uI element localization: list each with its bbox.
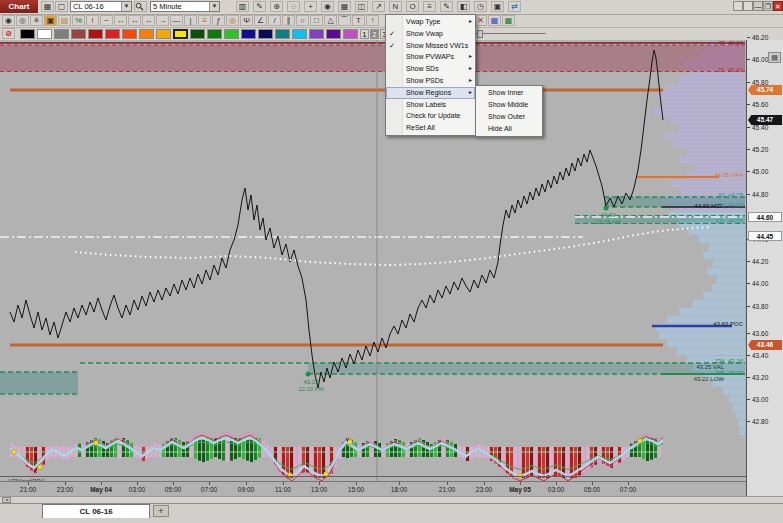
close-button[interactable]: ✕ [773, 1, 783, 11]
submenu-item-hide-all[interactable]: Hide All [476, 123, 542, 135]
extend-both-icon[interactable]: ↔ [128, 15, 141, 26]
color-swatch-7[interactable] [139, 29, 154, 39]
chevron-down-icon[interactable]: ▼ [121, 2, 131, 11]
maximize-button[interactable]: ❐ [763, 1, 773, 11]
list-icon[interactable]: ≡ [423, 1, 436, 12]
search-icon[interactable] [134, 1, 147, 12]
color-swatch-18[interactable] [326, 29, 341, 39]
color-swatch-1[interactable] [37, 29, 52, 39]
chart-window-tab[interactable]: Chart [0, 0, 38, 13]
menu-item-show-vwap[interactable]: ✓Show Vwap [386, 28, 475, 40]
color-swatch-2[interactable] [54, 29, 69, 39]
color-swatch-5[interactable] [105, 29, 120, 39]
chart-properties-icon[interactable]: ▤ [768, 52, 781, 63]
target-icon[interactable]: ◎ [226, 15, 239, 26]
cursor-icon[interactable]: ↗ [372, 1, 385, 12]
angle-icon[interactable]: ∠ [254, 15, 267, 26]
pitchfork-icon[interactable]: Ψ [240, 15, 253, 26]
objects-icon[interactable]: O [406, 1, 419, 12]
menu-item-show-pvwaps[interactable]: Show PVWAPs▸ [386, 51, 475, 63]
edit-icon[interactable]: ✎ [440, 1, 453, 12]
bar-spacing-slider[interactable] [474, 30, 546, 38]
color-swatch-15[interactable] [275, 29, 290, 39]
ellipse-icon[interactable]: ○ [296, 15, 309, 26]
visibility-icon[interactable]: ◉ [2, 15, 15, 26]
split-panel-icon[interactable]: ◫ [355, 1, 368, 12]
news-icon[interactable]: N [389, 1, 402, 12]
color-swatch-9[interactable] [173, 29, 188, 39]
vline-icon[interactable]: | [184, 15, 197, 26]
hide-drawings-icon[interactable]: ◎ [16, 15, 29, 26]
dash-tool-icon[interactable]: − [100, 15, 113, 26]
color-swatch-4[interactable] [88, 29, 103, 39]
color-swatch-12[interactable] [224, 29, 239, 39]
color-swatch-6[interactable] [122, 29, 137, 39]
zoom-in-icon[interactable]: ⊕ [270, 1, 283, 12]
menu-item-reset-all[interactable]: ReSet All [386, 122, 475, 134]
menu-item-show-regions[interactable]: Show Regions▸ [386, 87, 475, 99]
pane-splitter[interactable] [0, 476, 746, 477]
submenu-item-show-outer[interactable]: Show Outer [476, 111, 542, 123]
share-icon[interactable]: ⇄ [508, 1, 521, 12]
submenu-item-show-inner[interactable]: Show Inner [476, 87, 542, 99]
extend-wide-icon[interactable]: ↔ [142, 15, 155, 26]
win-blank-a[interactable] [733, 1, 743, 11]
menu-item-check-for-update[interactable]: Check for Update [386, 110, 475, 122]
monitor-icon[interactable]: ▣ [491, 1, 504, 12]
price-chart-pane[interactable]: 46.4547 46.1621 45.9044.95 VAH90 44.7810… [0, 40, 746, 481]
triangle-icon[interactable]: △ [324, 15, 337, 26]
tab-cl-06-16[interactable]: CL 06-16 [42, 504, 150, 518]
instrument-list-icon[interactable]: ▦ [41, 1, 54, 12]
color-swatch-0[interactable] [20, 29, 35, 39]
markers-icon[interactable]: ✳ [30, 15, 43, 26]
arc-icon[interactable]: ⌒ [338, 15, 351, 26]
pencil-icon[interactable]: ✎ [253, 1, 266, 12]
price-axis[interactable]: 46.2046.0045.8045.6045.4045.2045.0044.80… [746, 40, 783, 496]
line-width-1[interactable]: 1 [360, 29, 369, 39]
line-width-2[interactable]: 2 [370, 29, 379, 39]
interval-selector[interactable]: 5 Minute ▼ [150, 1, 220, 12]
arrow-up-icon[interactable]: ↑ [366, 15, 379, 26]
color-swatch-3[interactable] [71, 29, 86, 39]
zoom-out-icon[interactable]: ⊖ [287, 1, 300, 12]
color-swatch-19[interactable] [343, 29, 358, 39]
region-tool-icon[interactable]: ▤ [58, 15, 71, 26]
selected-tool-icon[interactable]: ▣ [44, 15, 57, 26]
snapshot-icon[interactable]: ◉ [321, 1, 334, 12]
menu-item-show-sds[interactable]: Show SDs▸ [386, 63, 475, 75]
add-tab-button[interactable]: + [153, 505, 169, 517]
alert-tool-icon[interactable]: ! [86, 15, 99, 26]
win-blank-b[interactable] [743, 1, 753, 11]
percent-tool-icon[interactable]: % [72, 15, 85, 26]
horizontal-scrollbar[interactable] [0, 496, 783, 503]
ray-icon[interactable]: / [268, 15, 281, 26]
rect-icon[interactable]: □ [310, 15, 323, 26]
menu-item-show-labels[interactable]: Show Labels [386, 99, 475, 111]
color-swatch-14[interactable] [258, 29, 273, 39]
fib-tool-icon[interactable]: ƒ [212, 15, 225, 26]
channel-icon[interactable]: ∥ [282, 15, 295, 26]
menu-item-vwap-type[interactable]: Vwap Type▸ [386, 16, 475, 28]
extend-left-icon[interactable]: ↔ [114, 15, 127, 26]
color-swatch-16[interactable] [292, 29, 307, 39]
time-axis[interactable]: 21:0023:00May 0403:0005:0007:0009:0011:0… [0, 481, 746, 496]
indicator-blue-icon[interactable]: ▦ [488, 15, 501, 26]
hline-icon[interactable]: — [170, 15, 183, 26]
data-grid-icon[interactable]: ▦ [338, 1, 351, 12]
submenu-item-show-middle[interactable]: Show Middle [476, 99, 542, 111]
crosshair-icon[interactable]: + [304, 1, 317, 12]
chart-style-icon[interactable]: ▥ [236, 1, 249, 12]
brush-icon[interactable]: ◧ [457, 1, 470, 12]
clock-icon[interactable]: ◷ [474, 1, 487, 12]
indicator-green-icon[interactable]: ▦ [502, 15, 515, 26]
arrow-right-icon[interactable]: → [156, 15, 169, 26]
slider-handle[interactable] [477, 30, 483, 38]
fib-lines-icon[interactable]: ≡ [198, 15, 211, 26]
menu-item-show-psds[interactable]: Show PSDs▸ [386, 75, 475, 87]
color-swatch-17[interactable] [309, 29, 324, 39]
instrument-selector[interactable]: CL 06-16 ▼ [70, 1, 132, 12]
text-icon[interactable]: T [352, 15, 365, 26]
color-swatch-11[interactable] [207, 29, 222, 39]
layout-icon[interactable]: ▢ [55, 1, 68, 12]
color-swatch-10[interactable] [190, 29, 205, 39]
